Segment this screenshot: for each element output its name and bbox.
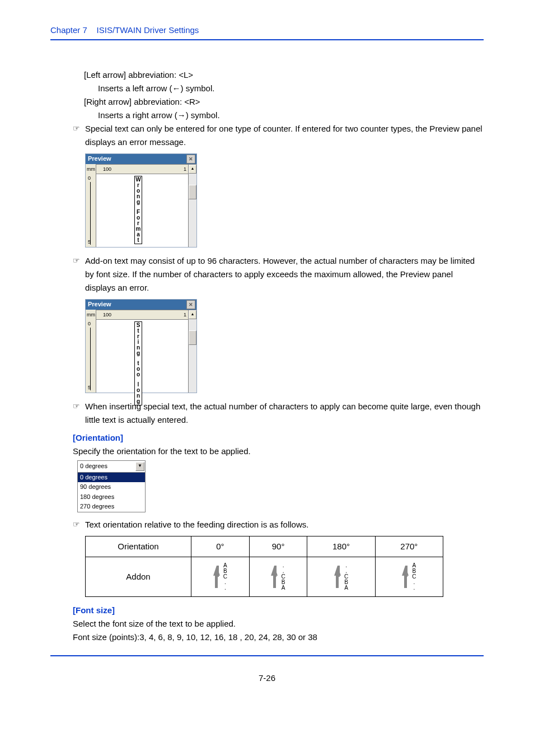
- note-96-chars: ☞ Add-on text may consist of up to 96 ch…: [73, 254, 484, 295]
- ruler-vertical: mm 0 5: [86, 310, 96, 393]
- ruler-top: 100 1: [96, 310, 196, 320]
- td-addon-label: Addon: [86, 557, 191, 596]
- mm-label: mm: [87, 165, 95, 173]
- dropdown-item[interactable]: 270 degrees: [78, 502, 145, 512]
- orientation-desc: Specify the orientation for the text to …: [73, 445, 484, 458]
- dropdown-list[interactable]: 0 degrees90 degrees180 degrees270 degree…: [78, 473, 145, 512]
- ruler-v-line: [90, 182, 91, 245]
- dropdown-item[interactable]: 0 degrees: [78, 473, 145, 483]
- td-270: ABC..: [375, 557, 443, 596]
- ruler-100: 100: [103, 311, 111, 319]
- note-icon: ☞: [73, 518, 85, 531]
- note-icon: ☞: [73, 122, 85, 149]
- chevron-down-icon[interactable]: ▼: [135, 462, 144, 471]
- chapter-label: Chapter 7: [50, 25, 87, 35]
- right-arrow-desc: Inserts a right arrow (→) symbol.: [73, 109, 484, 122]
- content: [Left arrow] abbreviation: <L> Inserts a…: [50, 68, 484, 644]
- dropdown-selection[interactable]: 0 degrees ▼: [78, 461, 145, 473]
- preview-title-text: Preview: [88, 300, 111, 310]
- td-90: ..CBA: [249, 557, 307, 596]
- orientation-heading: [Orientation]: [73, 431, 484, 445]
- addon-sample-270: ABC..: [412, 563, 416, 591]
- dropdown-value: 0 degrees: [80, 461, 107, 472]
- note-orientation: ☞ Text orientation relative to the feedi…: [73, 518, 484, 531]
- addon-sample-0: ABC..: [223, 563, 227, 591]
- th-180: 180°: [307, 536, 375, 557]
- preview-canvas: 100 1 Stringtoolong ▲: [96, 310, 196, 393]
- scrollbar[interactable]: ▲: [188, 165, 196, 247]
- footer-rule: [50, 655, 484, 656]
- preview-panel-2: Preview ✕ mm 0 5 100 1 Stringtoolong: [85, 299, 197, 393]
- ruler-v-line: [90, 328, 91, 390]
- ruler-1: 1: [184, 165, 186, 173]
- orientation-table: Orientation 0° 90° 180° 270° Addon ABC..: [85, 536, 443, 597]
- dropdown-item[interactable]: 90 degrees: [78, 482, 145, 492]
- header-rule: [50, 39, 484, 40]
- table-row: Addon ABC.. ..CBA: [86, 557, 443, 596]
- th-0: 0°: [191, 536, 250, 557]
- page-header: Chapter 7 ISIS/TWAIN Driver Settings: [50, 25, 484, 37]
- scroll-up-icon[interactable]: ▲: [189, 310, 196, 319]
- scroll-thumb[interactable]: [189, 330, 196, 345]
- right-arrow-label: [Right arrow] abbreviation: <R>: [73, 95, 484, 109]
- orientation-dropdown[interactable]: 0 degrees ▼ 0 degrees90 degrees180 degre…: [77, 460, 146, 512]
- page-number: 7-26: [50, 673, 484, 683]
- feed-arrow-icon: [213, 566, 220, 588]
- fifty-label: 5: [88, 384, 91, 391]
- preview-panel-1: Preview ✕ mm 0 5 100 1 WrongFormat: [85, 153, 197, 248]
- ruler-top: 100 1: [96, 165, 196, 174]
- td-180: ..CBA: [307, 557, 375, 596]
- chapter-title: ISIS/TWAIN Driver Settings: [97, 25, 199, 35]
- ruler-1: 1: [184, 311, 186, 319]
- zero-label: 0: [88, 320, 91, 328]
- feed-arrow-icon: [271, 566, 278, 588]
- string-too-long-text: Stringtoolong: [134, 321, 142, 405]
- scrollbar[interactable]: ▲: [188, 310, 196, 393]
- mm-label: mm: [87, 311, 95, 319]
- ruler-100: 100: [103, 165, 111, 173]
- note-special-text: ☞ Special text can only be entered for o…: [73, 122, 484, 149]
- td-0: ABC..: [191, 557, 250, 596]
- scroll-thumb[interactable]: [189, 185, 196, 199]
- feed-arrow-icon: [402, 566, 409, 588]
- scroll-track[interactable]: [189, 319, 196, 393]
- font-size-heading: [Font size]: [73, 604, 484, 617]
- page: Chapter 7 ISIS/TWAIN Driver Settings [Le…: [0, 0, 534, 756]
- preview-body: mm 0 5 100 1 WrongFormat ▲: [86, 164, 196, 247]
- note-icon: ☞: [73, 254, 85, 295]
- feed-arrow-icon: [334, 566, 341, 588]
- table-row: Orientation 0° 90° 180° 270°: [86, 536, 443, 557]
- th-270: 270°: [375, 536, 443, 557]
- th-orientation: Orientation: [86, 536, 191, 557]
- addon-sample-90: ..CBA: [281, 563, 285, 591]
- ruler-vertical: mm 0 5: [86, 164, 96, 247]
- note-body: When inserting special text, the actual …: [85, 400, 484, 427]
- font-size-line2: Font size (points):3, 4, 6, 8, 9, 10, 12…: [73, 631, 484, 644]
- note-icon: ☞: [73, 400, 85, 427]
- note-body: Special text can only be entered for one…: [85, 122, 484, 149]
- left-arrow-label: [Left arrow] abbreviation: <L>: [73, 68, 484, 82]
- left-arrow-desc: Inserts a left arrow (←) symbol.: [73, 82, 484, 95]
- addon-sample-180: ..CBA: [344, 563, 348, 591]
- fifty-label: 5: [88, 238, 91, 246]
- preview-canvas: 100 1 WrongFormat ▲: [96, 164, 196, 247]
- scroll-up-icon[interactable]: ▲: [189, 165, 196, 174]
- dropdown-item[interactable]: 180 degrees: [78, 492, 145, 502]
- th-90: 90°: [249, 536, 307, 557]
- preview-body: mm 0 5 100 1 Stringtoolong ▲: [86, 310, 196, 393]
- note-body: Text orientation relative to the feeding…: [85, 518, 484, 531]
- preview-titlebar: Preview ✕: [86, 300, 196, 310]
- zero-label: 0: [88, 174, 91, 182]
- wrong-format-text: WrongFormat: [134, 176, 142, 244]
- preview-title-text: Preview: [88, 154, 111, 164]
- font-size-line1: Select the font size of the text to be a…: [73, 617, 484, 631]
- scroll-track[interactable]: [189, 174, 196, 247]
- close-icon[interactable]: ✕: [186, 155, 195, 164]
- note-body: Add-on text may consist of up to 96 char…: [85, 254, 484, 295]
- close-icon[interactable]: ✕: [186, 300, 195, 309]
- preview-titlebar: Preview ✕: [86, 154, 196, 164]
